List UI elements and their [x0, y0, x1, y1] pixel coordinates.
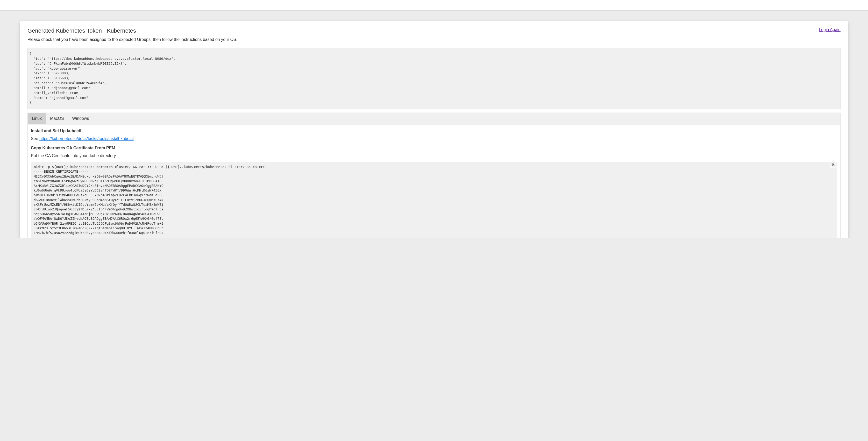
token-card: Generated Kubernetes Token - Kubernetes …: [20, 21, 848, 238]
browser-chrome-spacer: [0, 0, 868, 10]
section-copy-ca-text: Put the CA Certificate into your .kube d…: [31, 154, 837, 158]
page-container: Generated Kubernetes Token - Kubernetes …: [0, 11, 868, 238]
token-json-block: { "iss": "https://dex-kubeaddons.kubeadd…: [28, 47, 840, 109]
tab-windows[interactable]: Windows: [68, 113, 93, 124]
kubectl-docs-link[interactable]: https://kubernetes.io/docs/tasks/tools/i…: [39, 136, 134, 141]
section-install-kubectl-title: Install and Set Up kubectl: [31, 129, 837, 133]
page-title: Generated Kubernetes Token - Kubernetes: [28, 27, 136, 34]
copy-button[interactable]: [830, 163, 836, 168]
see-prefix: See: [31, 136, 39, 141]
card-header: Generated Kubernetes Token - Kubernetes …: [28, 27, 840, 34]
ca-cert-code-block: mkdir -p ${HOME}/.kube/certs/kubernetes-…: [31, 162, 837, 238]
tab-panel-linux: Install and Set Up kubectl See https://k…: [28, 125, 840, 238]
section-copy-ca-title: Copy Kubernetes CA Certificate From PEM: [31, 146, 837, 150]
os-tab-strip: Linux MacOS Windows: [28, 112, 840, 125]
section-install-kubectl-text: See https://kubernetes.io/docs/tasks/too…: [31, 136, 837, 141]
page-subtitle: Please check that you have been assigned…: [28, 37, 840, 42]
login-again-link[interactable]: Login Again: [819, 27, 840, 32]
tab-macos[interactable]: MacOS: [46, 113, 68, 124]
copy-icon: [831, 163, 835, 168]
ca-code-wrap: mkdir -p ${HOME}/.kube/certs/kubernetes-…: [31, 162, 837, 238]
tab-linux[interactable]: Linux: [28, 113, 46, 124]
